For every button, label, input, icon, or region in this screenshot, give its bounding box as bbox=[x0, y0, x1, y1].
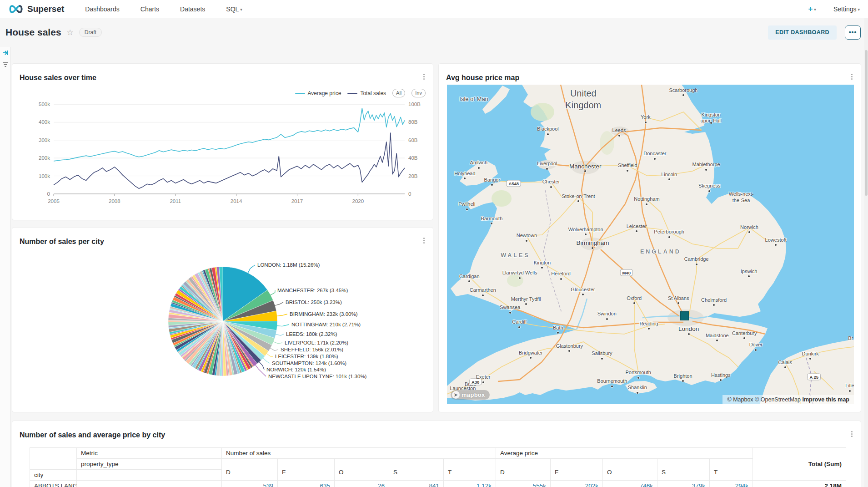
map-city-dot bbox=[654, 158, 656, 160]
map-label-wolverhampton: Wolverhampton bbox=[568, 227, 603, 233]
col-header-1-O[interactable]: O bbox=[603, 459, 657, 481]
legend-item-total-sales[interactable]: Total sales bbox=[347, 90, 386, 96]
legend-item-average-price[interactable]: Average price bbox=[295, 90, 341, 96]
col-header-0-F[interactable]: F bbox=[278, 459, 335, 481]
chart-menu-kebab-icon[interactable] bbox=[848, 429, 855, 438]
value-cell: 1.12k bbox=[444, 481, 496, 487]
map-label-a548: A548 bbox=[506, 180, 521, 187]
nav-item-datasets[interactable]: Datasets bbox=[180, 5, 205, 13]
map-city-dot bbox=[809, 358, 811, 360]
value-cell: 202k bbox=[551, 481, 603, 487]
map-city-dot bbox=[530, 357, 532, 359]
draft-badge: Draft bbox=[79, 28, 102, 37]
map-city-dot bbox=[710, 122, 712, 124]
svg-text:400k: 400k bbox=[39, 119, 50, 125]
map-label-pwllheli: Pwllheli bbox=[458, 201, 475, 208]
filter-funnel-button[interactable] bbox=[0, 59, 10, 71]
map-city-dot bbox=[668, 236, 670, 238]
map-city-dot bbox=[466, 208, 468, 210]
svg-text:500k: 500k bbox=[39, 101, 50, 107]
chart-menu-kebab-icon[interactable] bbox=[848, 72, 855, 81]
map-city-dot bbox=[491, 184, 493, 186]
nav-item-charts[interactable]: Charts bbox=[140, 5, 159, 13]
svg-text:2014: 2014 bbox=[231, 198, 242, 204]
map-city-dot bbox=[577, 200, 579, 202]
map-city-dot bbox=[682, 94, 684, 96]
map-label-dunkirk: Dunkirk bbox=[802, 351, 819, 357]
chart-card-sales-and-price-table: Number of sales and average price by cit… bbox=[12, 421, 861, 487]
chart-title: Number of sales and average price by cit… bbox=[20, 431, 165, 439]
page-title: House sales bbox=[5, 27, 61, 38]
svg-text:2008: 2008 bbox=[109, 198, 120, 204]
pivot-table-container[interactable]: MetricNumber of salesAverage priceTotal … bbox=[30, 447, 852, 487]
zoom-inv-button[interactable]: Inv bbox=[411, 89, 426, 97]
expand-filters-button[interactable] bbox=[0, 47, 10, 59]
map-label-manchester: Manchester bbox=[569, 162, 602, 170]
map-city-dot bbox=[633, 302, 635, 304]
map-label-doncaster: Doncaster bbox=[643, 151, 666, 157]
chart-menu-kebab-icon[interactable] bbox=[420, 236, 427, 245]
map-city-dot bbox=[550, 186, 552, 188]
col-header-0-T[interactable]: T bbox=[444, 459, 496, 481]
map-city-dot bbox=[645, 122, 647, 123]
nav-item-dashboards[interactable]: Dashboards bbox=[85, 5, 120, 13]
map-label-maidstone: Maidstone bbox=[706, 333, 729, 339]
blank-cell bbox=[77, 481, 222, 487]
map-label-blackpool: Blackpool bbox=[537, 126, 559, 132]
map-city-dot bbox=[627, 170, 628, 172]
timeseries-line-chart[interactable]: 00100k20B200k40B300k60B400k80B500k100B20… bbox=[20, 99, 426, 208]
col-header-1-T[interactable]: T bbox=[710, 459, 753, 481]
superset-infinity-icon bbox=[8, 4, 24, 14]
new-item-button[interactable]: +▾ bbox=[808, 5, 816, 14]
edit-dashboard-button[interactable]: EDIT DASHBOARD bbox=[768, 25, 837, 40]
scrollbar-thumb[interactable] bbox=[865, 50, 868, 196]
total-cell: 2.18M bbox=[753, 481, 846, 487]
mapbox-logo[interactable]: ➤ mapbox bbox=[451, 390, 490, 400]
map-label-bournemouth: Bournemouth bbox=[597, 378, 627, 385]
city-row-header: city bbox=[30, 470, 77, 481]
map-city-dot bbox=[720, 379, 722, 381]
pie-chart[interactable]: LONDON: 1.18M (15.26%)MANCHESTER: 267k (… bbox=[20, 254, 426, 411]
map-city-dot bbox=[637, 392, 638, 394]
group-header-0[interactable]: Number of sales bbox=[222, 448, 496, 459]
improve-this-map-link[interactable]: Improve this map bbox=[803, 396, 850, 403]
london-price-marker[interactable] bbox=[680, 311, 689, 320]
map-city-dot bbox=[618, 135, 620, 137]
map-label-gloucester: Gloucester bbox=[571, 287, 595, 293]
settings-menu[interactable]: Settings▾ bbox=[833, 5, 860, 13]
legend-swatch bbox=[295, 93, 305, 94]
map-label-lowestoft: Lowestoft bbox=[765, 237, 787, 244]
svg-text:300k: 300k bbox=[39, 137, 50, 143]
col-header-0-S[interactable]: S bbox=[389, 459, 444, 481]
map-label-leicester: Leicester bbox=[627, 223, 647, 230]
legend-swatch bbox=[347, 93, 357, 94]
svg-text:200k: 200k bbox=[39, 155, 50, 161]
zoom-all-button[interactable]: All bbox=[392, 89, 405, 97]
map-label-canterbury: Canterbury bbox=[732, 330, 757, 337]
map-city-dot bbox=[601, 358, 603, 360]
favorite-star-icon[interactable]: ☆ bbox=[67, 28, 74, 37]
mapbox-circle-icon: ➤ bbox=[452, 391, 460, 399]
map-city-dot bbox=[713, 304, 715, 306]
col-header-1-S[interactable]: S bbox=[657, 459, 710, 481]
chart-menu-kebab-icon[interactable] bbox=[420, 72, 427, 81]
map-city-dot bbox=[648, 328, 650, 330]
col-header-0-O[interactable]: O bbox=[335, 459, 389, 481]
nav-item-sql[interactable]: SQL▾ bbox=[226, 5, 242, 13]
map-label-wales: WALES bbox=[501, 252, 530, 259]
col-header-1-F[interactable]: F bbox=[551, 459, 603, 481]
pie-slice-label: SHEFFIELD: 156k (2.01%) bbox=[281, 347, 343, 352]
group-header-1[interactable]: Average price bbox=[496, 448, 753, 459]
svg-text:40B: 40B bbox=[408, 155, 418, 161]
more-options-button[interactable]: ••• bbox=[845, 25, 861, 40]
map-city-dot bbox=[668, 178, 670, 180]
page-scrollbar[interactable] bbox=[864, 18, 868, 487]
col-header-1-D[interactable]: D bbox=[496, 459, 551, 481]
map-canvas[interactable]: United KingdomIsle of ManScarboroughBlac… bbox=[447, 85, 854, 404]
superset-logo[interactable]: Superset bbox=[8, 4, 64, 14]
map-label-carmarthen: Carmarthen bbox=[470, 287, 496, 294]
pivot-table: MetricNumber of salesAverage priceTotal … bbox=[30, 447, 846, 487]
total-sum-header[interactable]: Total (Sum) bbox=[753, 448, 846, 481]
col-header-0-D[interactable]: D bbox=[222, 459, 278, 481]
map-city-dot bbox=[636, 230, 637, 232]
